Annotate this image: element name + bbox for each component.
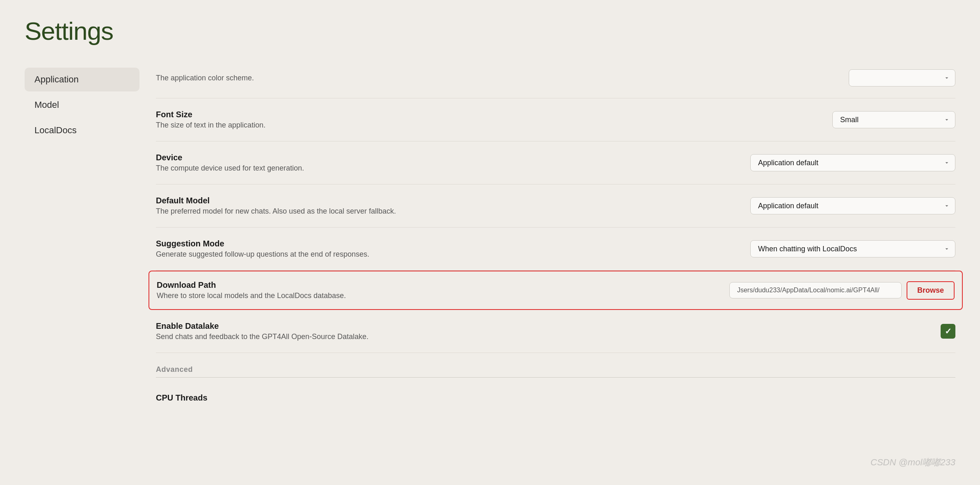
color-scheme-control bbox=[849, 69, 955, 87]
download-path-label: Download Path bbox=[157, 280, 485, 290]
watermark: CSDN @mol嘟嘟233 bbox=[870, 456, 955, 469]
color-scheme-description: The application color scheme. bbox=[156, 74, 484, 82]
device-control: Application default CPU GPU bbox=[750, 154, 955, 171]
download-path-description: Where to store local models and the Loca… bbox=[157, 291, 485, 300]
enable-datalake-row: Enable Datalake Send chats and feedback … bbox=[156, 310, 955, 353]
device-row: Device The compute device used for text … bbox=[156, 141, 955, 184]
device-description: The compute device used for text generat… bbox=[156, 164, 484, 173]
download-path-input[interactable] bbox=[729, 282, 902, 298]
font-size-description: The size of text in the application. bbox=[156, 121, 484, 130]
suggestion-mode-info: Suggestion Mode Generate suggested follo… bbox=[156, 239, 484, 259]
font-size-row: Font Size The size of text in the applic… bbox=[156, 98, 955, 141]
suggestion-mode-select[interactable]: When chatting with LocalDocs Always Neve… bbox=[750, 240, 955, 257]
page-title: Settings bbox=[25, 16, 955, 46]
enable-datalake-description: Send chats and feedback to the GPT4All O… bbox=[156, 332, 484, 341]
color-scheme-select[interactable] bbox=[849, 69, 955, 87]
suggestion-mode-label: Suggestion Mode bbox=[156, 239, 484, 248]
enable-datalake-label: Enable Datalake bbox=[156, 321, 484, 331]
sidebar-item-localdocs[interactable]: LocalDocs bbox=[25, 118, 139, 142]
sidebar: Application Model LocalDocs bbox=[25, 66, 139, 416]
cpu-threads-label: CPU Threads bbox=[156, 393, 484, 403]
suggestion-mode-control: When chatting with LocalDocs Always Neve… bbox=[750, 240, 955, 257]
device-label: Device bbox=[156, 153, 484, 162]
advanced-label: Advanced bbox=[156, 357, 955, 377]
default-model-description: The preferred model for new chats. Also … bbox=[156, 207, 484, 216]
suggestion-mode-description: Generate suggested follow-up questions a… bbox=[156, 250, 484, 259]
device-info: Device The compute device used for text … bbox=[156, 153, 484, 173]
font-size-label: Font Size bbox=[156, 110, 484, 119]
sidebar-item-application[interactable]: Application bbox=[25, 68, 139, 91]
download-path-control: Browse bbox=[729, 281, 955, 300]
enable-datalake-info: Enable Datalake Send chats and feedback … bbox=[156, 321, 484, 341]
cpu-threads-info: CPU Threads bbox=[156, 393, 484, 404]
font-size-select[interactable]: Small Medium Large bbox=[832, 111, 955, 128]
suggestion-mode-row: Suggestion Mode Generate suggested follo… bbox=[156, 228, 955, 271]
default-model-info: Default Model The preferred model for ne… bbox=[156, 196, 484, 216]
default-model-control: Application default bbox=[750, 197, 955, 214]
content-area: Application Model LocalDocs The applicat… bbox=[25, 66, 955, 416]
enable-datalake-toggle[interactable] bbox=[941, 324, 955, 339]
browse-button[interactable]: Browse bbox=[907, 281, 955, 300]
enable-datalake-control bbox=[941, 324, 955, 339]
advanced-divider bbox=[156, 377, 955, 378]
default-model-label: Default Model bbox=[156, 196, 484, 205]
download-path-info: Download Path Where to store local model… bbox=[157, 280, 485, 300]
page-container: Settings Application Model LocalDocs The… bbox=[0, 0, 980, 485]
device-select[interactable]: Application default CPU GPU bbox=[750, 154, 955, 171]
sidebar-item-model[interactable]: Model bbox=[25, 93, 139, 117]
main-content: The application color scheme. Font Size … bbox=[139, 66, 955, 416]
color-scheme-row: The application color scheme. bbox=[156, 66, 955, 98]
advanced-section: Advanced bbox=[156, 357, 955, 378]
download-path-row: Download Path Where to store local model… bbox=[148, 271, 963, 310]
font-size-info: Font Size The size of text in the applic… bbox=[156, 110, 484, 130]
default-model-select[interactable]: Application default bbox=[750, 197, 955, 214]
font-size-control: Small Medium Large bbox=[832, 111, 955, 128]
cpu-threads-row: CPU Threads bbox=[156, 382, 955, 416]
default-model-row: Default Model The preferred model for ne… bbox=[156, 184, 955, 228]
